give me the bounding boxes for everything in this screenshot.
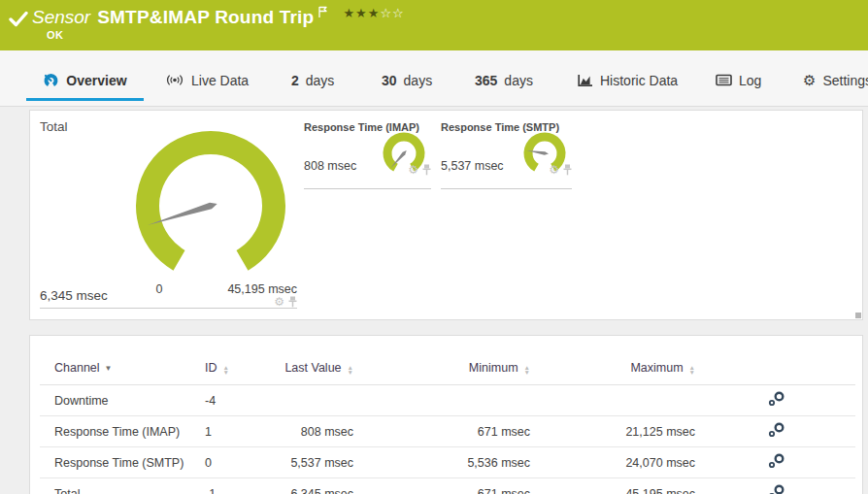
tab-live-data-label: Live Data bbox=[191, 73, 249, 88]
channel-name: Response Time (SMTP) bbox=[40, 447, 205, 478]
log-list-icon bbox=[716, 74, 732, 86]
tab-30-days-number: 30 bbox=[382, 73, 397, 88]
column-header-channel[interactable]: Channel▼ bbox=[40, 355, 205, 385]
sort-icon: ▲▼ bbox=[524, 365, 530, 375]
gauges-panel: Total 0 45,195 msec 6,345 msec ⚙ Respons… bbox=[29, 110, 863, 320]
channel-id: -4 bbox=[205, 385, 253, 416]
tab-365-days-label: days bbox=[504, 73, 533, 88]
tab-bar: Overview Live Data 2 days 30 days 365 da… bbox=[0, 50, 868, 107]
imap-gauge-value: 808 msec bbox=[304, 159, 356, 173]
column-header-maximum[interactable]: Maximum▲▼ bbox=[542, 355, 707, 385]
broadcast-icon bbox=[165, 74, 184, 86]
smtp-gauge-settings-icon[interactable]: ⚙ bbox=[549, 165, 559, 175]
channel-minimum bbox=[365, 385, 542, 416]
total-tile-divider bbox=[40, 308, 297, 309]
edit-channel-gears-icon[interactable] bbox=[768, 422, 785, 441]
channel-id: 0 bbox=[205, 447, 253, 478]
page-title: SMTP&IMAP Round Trip bbox=[97, 5, 314, 30]
tab-30-days-label: days bbox=[404, 73, 433, 88]
imap-gauge-needle bbox=[391, 150, 407, 168]
tab-overview[interactable]: Overview bbox=[26, 62, 144, 101]
priority-stars-empty[interactable]: ☆☆ bbox=[380, 6, 404, 20]
imap-gauge-tile: Response Time (IMAP) 808 msec ⚙ bbox=[304, 121, 431, 180]
panel-resize-grip[interactable] bbox=[855, 313, 861, 318]
channel-last-value bbox=[253, 385, 365, 416]
imap-gauge-pin-icon[interactable] bbox=[422, 164, 431, 176]
edit-channel-gears-icon[interactable] bbox=[768, 391, 785, 410]
table-row-response-time-imap: Response Time (IMAP) 1 808 msec 671 msec… bbox=[40, 416, 855, 447]
smtp-gauge-pin-icon[interactable] bbox=[563, 164, 572, 176]
total-gauge-settings-icon[interactable]: ⚙ bbox=[274, 297, 284, 307]
sensor-title-line: Sensor SMTP&IMAP Round Trip ★★★☆☆ bbox=[32, 5, 405, 30]
table-row-response-time-smtp: Response Time (SMTP) 0 5,537 msec 5,536 … bbox=[40, 447, 855, 478]
sort-icon: ▲▼ bbox=[348, 365, 353, 375]
tab-historic-data-label: Historic Data bbox=[600, 73, 678, 88]
channel-last-value: 6,345 msec bbox=[253, 478, 365, 494]
tab-2-days-label: days bbox=[306, 73, 335, 88]
tab-2-days-number: 2 bbox=[291, 73, 299, 88]
channel-name: Total bbox=[40, 478, 205, 494]
tab-settings[interactable]: ⚙ Settings bbox=[803, 62, 868, 98]
edit-channel-gears-icon[interactable] bbox=[768, 484, 785, 494]
channels-header-row: Channel▼ ID▲▼ Last Value▲▼ Minimum▲▼ Max… bbox=[40, 355, 855, 385]
priority-stars-filled[interactable]: ★★★ bbox=[343, 6, 380, 20]
channel-maximum: 45,195 msec bbox=[542, 478, 707, 494]
gauge-icon bbox=[43, 72, 59, 88]
sensor-header: Sensor SMTP&IMAP Round Trip ★★★☆☆ OK bbox=[0, 0, 868, 50]
sort-icon: ▲▼ bbox=[223, 365, 229, 375]
channel-maximum: 21,125 msec bbox=[542, 416, 707, 447]
sort-desc-icon: ▼ bbox=[105, 364, 113, 373]
channel-maximum: 24,070 msec bbox=[542, 447, 707, 478]
status-badge: OK bbox=[47, 29, 64, 41]
total-gauge bbox=[128, 123, 293, 288]
smtp-gauge-value: 5,537 msec bbox=[441, 159, 504, 173]
channels-table: Channel▼ ID▲▼ Last Value▲▼ Minimum▲▼ Max… bbox=[40, 355, 855, 494]
channels-panel: Channel▼ ID▲▼ Last Value▲▼ Minimum▲▼ Max… bbox=[29, 335, 863, 494]
gear-icon: ⚙ bbox=[803, 74, 816, 87]
smtp-tile-divider bbox=[441, 188, 572, 189]
channel-last-value: 808 msec bbox=[253, 416, 365, 447]
tab-log[interactable]: Log bbox=[716, 62, 761, 98]
tab-2-days[interactable]: 2 days bbox=[291, 62, 334, 98]
channel-minimum: 671 msec bbox=[365, 478, 542, 494]
column-header-last-value[interactable]: Last Value▲▼ bbox=[253, 355, 365, 385]
ok-checkmark-icon bbox=[9, 11, 28, 27]
total-gauge-scale-max: 45,195 msec bbox=[215, 282, 297, 296]
column-header-id[interactable]: ID▲▼ bbox=[205, 355, 253, 385]
edit-channel-gears-icon[interactable] bbox=[768, 453, 785, 472]
tab-historic-data[interactable]: Historic Data bbox=[578, 62, 678, 98]
table-row-downtime: Downtime -4 bbox=[40, 385, 855, 416]
total-gauge-scale-min: 0 bbox=[145, 282, 174, 296]
tab-365-days[interactable]: 365 days bbox=[475, 62, 533, 98]
tab-log-label: Log bbox=[739, 73, 761, 88]
channel-name: Downtime bbox=[40, 385, 205, 416]
imap-tile-divider bbox=[304, 188, 431, 189]
tab-365-days-number: 365 bbox=[475, 73, 497, 88]
tab-live-data[interactable]: Live Data bbox=[165, 62, 249, 98]
sensor-kind-label: Sensor bbox=[32, 5, 90, 30]
channel-maximum bbox=[542, 385, 707, 416]
smtp-gauge-tile: Response Time (SMTP) 5,537 msec ⚙ bbox=[441, 121, 572, 180]
tab-settings-label: Settings bbox=[822, 73, 868, 88]
priority-stars[interactable]: ★★★☆☆ bbox=[343, 7, 404, 20]
imap-gauge-settings-icon[interactable]: ⚙ bbox=[408, 165, 418, 175]
total-gauge-value: 6,345 msec bbox=[40, 288, 108, 303]
tab-overview-label: Overview bbox=[66, 73, 126, 88]
favorite-flag-icon[interactable] bbox=[317, 6, 329, 18]
column-header-minimum[interactable]: Minimum▲▼ bbox=[365, 355, 542, 385]
channel-id: -1 bbox=[205, 478, 253, 494]
channel-id: 1 bbox=[205, 416, 253, 447]
tab-30-days[interactable]: 30 days bbox=[382, 62, 432, 98]
sort-icon: ▲▼ bbox=[689, 365, 695, 375]
channel-minimum: 671 msec bbox=[365, 416, 542, 447]
table-row-total: Total -1 6,345 msec 671 msec 45,195 msec bbox=[40, 478, 855, 494]
column-header-edit bbox=[707, 355, 855, 385]
channel-last-value: 5,537 msec bbox=[253, 447, 365, 478]
total-gauge-pin-icon[interactable] bbox=[288, 296, 297, 308]
channel-name: Response Time (IMAP) bbox=[40, 416, 205, 447]
area-chart-icon bbox=[578, 74, 593, 87]
total-gauge-title: Total bbox=[40, 119, 68, 134]
channel-minimum: 5,536 msec bbox=[365, 447, 542, 478]
prtg-sensor-page: Sensor SMTP&IMAP Round Trip ★★★☆☆ OK Ove… bbox=[0, 0, 868, 494]
